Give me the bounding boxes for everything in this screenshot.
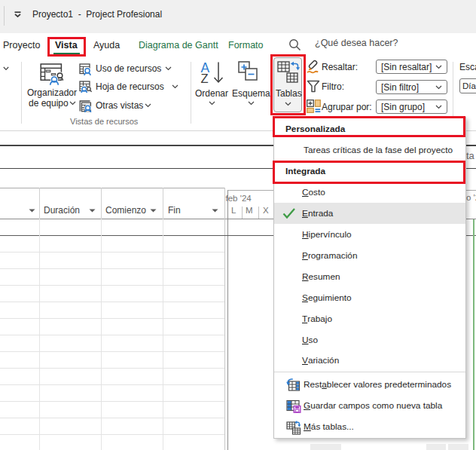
- svg-text:Z: Z: [201, 72, 209, 84]
